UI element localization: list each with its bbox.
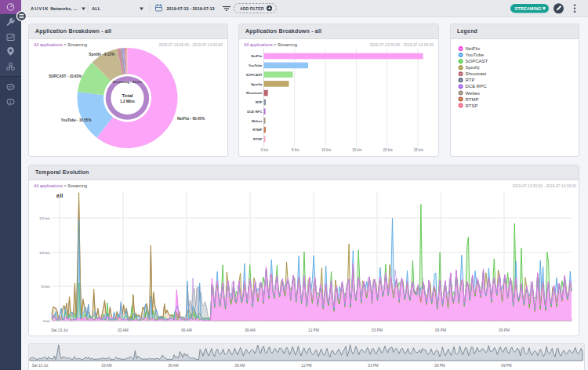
svg-text:09 PM: 09 PM (499, 328, 510, 332)
svg-text:2019-07-13 00:00 - 2019-07-14: 2019-07-13 00:00 - 2019-07-14 00:00 (512, 184, 576, 188)
svg-text:All applications > Streaming: All applications > Streaming (34, 42, 87, 47)
svg-text:10 b/s: 10 b/s (321, 148, 332, 152)
svg-text:RTMP: RTMP (466, 97, 479, 102)
svg-text:Total: Total (122, 93, 133, 98)
svg-text:ADD FILTER: ADD FILTER (240, 6, 264, 11)
svg-text:0 b/s: 0 b/s (43, 319, 50, 323)
svg-text:YouTube - 16.55%: YouTube - 16.55% (61, 118, 92, 122)
svg-text:09 PM: 09 PM (501, 364, 511, 368)
svg-text:2019-07-13 00:00 - 2019-07-14: 2019-07-13 00:00 - 2019-07-14 00:00 (369, 43, 434, 47)
svg-text:Webex: Webex (466, 91, 481, 96)
svg-text:SOPCAST: SOPCAST (466, 59, 488, 63)
svg-text:AUVIK Networks, ...: AUVIK Networks, ... (31, 6, 78, 11)
svg-text:06 PM: 06 PM (434, 364, 445, 368)
svg-text:Sat 13 Jul: Sat 13 Jul (51, 328, 67, 332)
svg-text:All applications > Streaming: All applications > Streaming (244, 42, 297, 47)
svg-text:NetFlix: NetFlix (466, 46, 481, 51)
svg-text:06 AM: 06 AM (168, 364, 178, 368)
svg-text:Streaming - 43 b/s: Streaming - 43 b/s (113, 80, 143, 84)
svg-text:2019-07-13 00:00 - 2019-07-14: 2019-07-13 00:00 - 2019-07-14 00:00 (158, 43, 223, 47)
svg-text:SOPCAST: SOPCAST (246, 73, 263, 77)
svg-text:0 b/s: 0 b/s (261, 148, 270, 152)
svg-text:1.2 Mb/s: 1.2 Mb/s (120, 100, 135, 103)
svg-text:06 PM: 06 PM (435, 328, 446, 332)
svg-text:12 PM: 12 PM (308, 328, 319, 332)
svg-text:YouTube: YouTube (249, 63, 263, 67)
svg-text:03 PM: 03 PM (372, 328, 383, 332)
svg-text:150 b/s: 150 b/s (39, 216, 50, 220)
svg-text:03 AM: 03 AM (101, 364, 111, 368)
svg-text:Spotify: Spotify (251, 82, 263, 86)
svg-text:RTMP: RTMP (252, 128, 262, 132)
svg-text:RTSP: RTSP (466, 103, 478, 108)
svg-text:STREAMING: STREAMING (515, 6, 542, 11)
svg-text:Webex: Webex (252, 119, 263, 123)
svg-text:NetFlix - 60.45%: NetFlix - 60.45% (177, 117, 205, 121)
svg-text:03 PM: 03 PM (368, 364, 378, 368)
svg-text:All applications > Streaming: All applications > Streaming (34, 183, 87, 188)
svg-text:09 AM: 09 AM (234, 364, 245, 368)
svg-text:i: i (10, 100, 12, 104)
svg-text:25 b/s: 25 b/s (414, 148, 424, 152)
svg-text:100 b/s: 100 b/s (39, 251, 50, 255)
svg-text:20 b/s: 20 b/s (383, 148, 394, 152)
svg-text:Sat 13 Jul: Sat 13 Jul (32, 364, 48, 368)
svg-text:DCE RPC: DCE RPC (466, 84, 488, 89)
svg-text:09 AM: 09 AM (245, 328, 256, 332)
svg-text:RTP: RTP (256, 100, 263, 104)
svg-text:YouTube: YouTube (466, 53, 485, 57)
svg-text:NetFlix: NetFlix (251, 54, 263, 58)
svg-text:50 b/s: 50 b/s (41, 285, 50, 288)
svg-text:Shoutcast: Shoutcast (466, 71, 487, 76)
svg-text:RTP: RTP (466, 78, 475, 82)
svg-text:Spotify: Spotify (466, 65, 480, 70)
svg-text:12 PM: 12 PM (301, 364, 311, 368)
svg-text:2019-07-13 - 2019-07-13: 2019-07-13 - 2019-07-13 (167, 6, 215, 11)
svg-text:SOPCAST - 10.63%: SOPCAST - 10.63% (49, 74, 82, 78)
svg-text:06 AM: 06 AM (181, 328, 192, 332)
svg-text:03 AM: 03 AM (118, 328, 129, 332)
svg-text:Spotify - 9.12%: Spotify - 9.12% (89, 53, 114, 56)
svg-text:DCE RPC: DCE RPC (247, 110, 262, 114)
svg-text:Shoutcast: Shoutcast (246, 91, 263, 95)
svg-text:ALL: ALL (92, 6, 101, 11)
svg-text:5 b/s: 5 b/s (292, 148, 300, 152)
svg-text:15 b/s: 15 b/s (352, 148, 362, 152)
svg-text:RTSP: RTSP (253, 137, 263, 141)
